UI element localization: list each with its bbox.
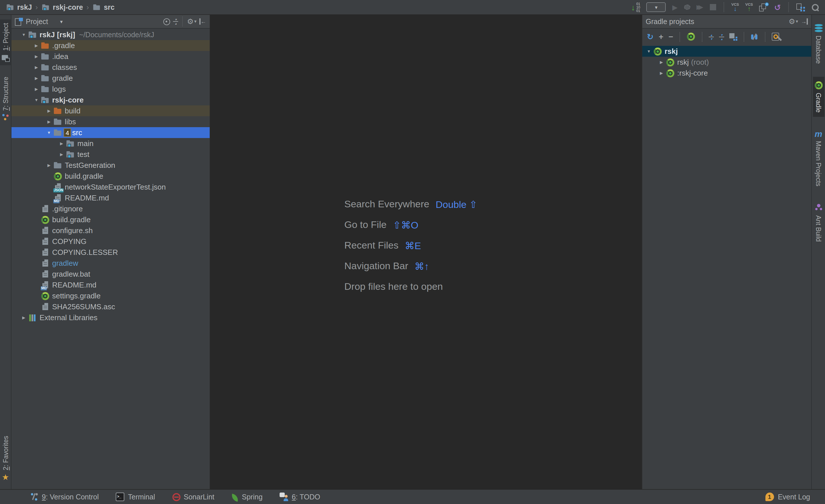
gradle-icon[interactable] bbox=[686, 32, 695, 41]
refresh-icon[interactable]: ↻ bbox=[647, 32, 654, 41]
offline-mode-icon[interactable] bbox=[751, 33, 759, 40]
tree-row[interactable]: ▶ libs bbox=[11, 116, 210, 127]
stop-button[interactable] bbox=[709, 4, 716, 10]
folder-icon bbox=[41, 52, 50, 61]
run-button[interactable]: ▶ bbox=[672, 3, 677, 11]
statusbar-sonarlint[interactable]: SonarLint bbox=[172, 493, 214, 501]
expanded-arrow-icon[interactable]: ▼ bbox=[645, 49, 653, 53]
collapsed-arrow-icon[interactable]: ▶ bbox=[32, 54, 41, 59]
collapsed-arrow-icon[interactable]: ▶ bbox=[32, 76, 41, 80]
tree-row[interactable]: SHA256SUMS.asc bbox=[11, 301, 210, 312]
collapse-all-icon[interactable]: ▾▴ bbox=[719, 33, 724, 40]
expanded-arrow-icon[interactable]: ▼ bbox=[19, 33, 28, 37]
statusbar-event-log[interactable]: 1 Event Log bbox=[765, 493, 810, 501]
debug-button[interactable] bbox=[684, 5, 690, 10]
tree-row[interactable]: COPYING.LESSER bbox=[11, 247, 210, 258]
tree-row-selected[interactable]: ▼ 4 src bbox=[11, 127, 210, 138]
search-everywhere-icon[interactable] bbox=[811, 3, 819, 11]
collapsed-arrow-icon[interactable]: ▶ bbox=[32, 65, 41, 70]
expand-all-icon[interactable]: ▴▾ bbox=[709, 33, 714, 40]
tree-row[interactable]: MD README.md bbox=[11, 192, 210, 203]
collapsed-arrow-icon[interactable]: ▶ bbox=[57, 152, 66, 157]
json-badge: JSON bbox=[53, 188, 64, 192]
collapsed-arrow-icon[interactable]: ▶ bbox=[45, 108, 53, 113]
detach-project-icon[interactable]: − bbox=[669, 32, 673, 41]
ant-icon bbox=[814, 203, 823, 213]
gradle-settings-icon[interactable] bbox=[772, 33, 780, 41]
settings-gear-icon[interactable]: ⚙▾ bbox=[789, 18, 798, 25]
vcs-update-button[interactable]: VCS↓ bbox=[731, 3, 739, 11]
locate-file-icon[interactable] bbox=[164, 18, 170, 25]
project-structure-icon[interactable] bbox=[796, 3, 805, 11]
collapse-all-icon[interactable]: ▾▴ bbox=[173, 18, 178, 25]
tree-row[interactable]: settings.gradle bbox=[11, 290, 210, 301]
tool-tab-ant[interactable]: Ant Build bbox=[813, 199, 824, 246]
collapsed-arrow-icon[interactable]: ▶ bbox=[45, 119, 53, 124]
tool-tab-database[interactable]: Database bbox=[813, 19, 824, 68]
gradle-tree-row[interactable]: ▶ :rskj-core bbox=[642, 68, 811, 78]
tool-tab-maven[interactable]: m Maven Projects bbox=[813, 126, 824, 190]
attach-project-icon[interactable]: + bbox=[659, 32, 663, 41]
project-view-icon bbox=[15, 18, 23, 25]
run-configurations-dropdown[interactable]: ▾ bbox=[647, 2, 666, 12]
tree-row[interactable]: ▶ .idea bbox=[11, 51, 210, 62]
statusbar-terminal[interactable]: >_ Terminal bbox=[116, 493, 155, 501]
tool-tab-gradle[interactable]: Gradle bbox=[813, 77, 824, 116]
tool-tab-favorites[interactable]: 2: Favorites ★ bbox=[1, 432, 10, 485]
collapsed-arrow-icon[interactable]: ▶ bbox=[32, 87, 41, 91]
expanded-arrow-icon[interactable]: ▼ bbox=[32, 98, 41, 102]
tree-row[interactable]: MD README.md bbox=[11, 279, 210, 290]
tree-row[interactable]: ▼ rskJ [rskj] ~/Documents/code/rskJ bbox=[11, 29, 210, 40]
breadcrumb-item-src[interactable]: src bbox=[92, 3, 115, 12]
vcs-commit-button[interactable]: VCS↑ bbox=[745, 3, 753, 11]
breadcrumb-item-rskj[interactable]: rskJ bbox=[6, 3, 32, 12]
tree-row[interactable]: ▶ build bbox=[11, 105, 210, 116]
tree-row[interactable]: ▶ External Libraries bbox=[11, 312, 210, 323]
tree-row[interactable]: .gitignore bbox=[11, 203, 210, 214]
rollback-button[interactable]: ↺ bbox=[774, 3, 781, 12]
tool-tab-structure[interactable]: 7: Structure bbox=[0, 73, 11, 125]
expanded-arrow-icon[interactable]: ▼ bbox=[45, 131, 53, 135]
collapsed-arrow-icon[interactable]: ▶ bbox=[32, 43, 41, 48]
tree-row[interactable]: build.gradle bbox=[11, 171, 210, 182]
tree-row[interactable]: ▶ TestGeneration bbox=[11, 160, 210, 171]
tree-row[interactable]: ▶ main bbox=[11, 138, 210, 149]
hide-panel-icon[interactable]: → bbox=[801, 18, 808, 25]
chevron-down-icon[interactable]: ▾ bbox=[60, 19, 63, 24]
tool-tab-project[interactable]: 1: Project bbox=[0, 19, 11, 65]
local-history-icon[interactable] bbox=[759, 3, 768, 11]
tree-row[interactable]: ▼ rskj-core bbox=[11, 94, 210, 105]
compile-binary-icon[interactable]: ↓ 011001 bbox=[631, 2, 640, 12]
tree-row[interactable]: ▶ gradle bbox=[11, 73, 210, 84]
tree-row[interactable]: ▶ test bbox=[11, 149, 210, 160]
editor-area[interactable]: Search EverywhereDouble ⇧ Go to File⇧⌘O … bbox=[210, 15, 642, 489]
ide-window: rskJ › rskj-core › src ↓ 011001 ▾ ▶ bbox=[0, 0, 825, 504]
collapsed-arrow-icon[interactable]: ▶ bbox=[57, 141, 66, 146]
tree-row[interactable]: build.gradle bbox=[11, 214, 210, 225]
folder-excluded-icon bbox=[41, 41, 50, 50]
tree-row[interactable]: ▶ .gradle bbox=[11, 40, 210, 51]
tree-row[interactable]: JSON networkStateExporterTest.json bbox=[11, 182, 210, 192]
statusbar-spring[interactable]: Spring bbox=[231, 493, 262, 501]
statusbar-version-control[interactable]: 9: Version Control bbox=[30, 493, 99, 501]
folder-source-icon bbox=[28, 30, 37, 39]
collapsed-arrow-icon[interactable]: ▶ bbox=[19, 315, 28, 320]
tree-row[interactable]: gradlew bbox=[11, 258, 210, 269]
gradle-tree-row-selected[interactable]: ▼ rskj bbox=[642, 46, 811, 57]
group-modules-icon[interactable] bbox=[729, 33, 737, 40]
gradle-tree-row[interactable]: ▶ rskj (root) bbox=[642, 57, 811, 68]
tree-row[interactable]: ▶ logs bbox=[11, 84, 210, 94]
tree-row[interactable]: COPYING bbox=[11, 236, 210, 247]
collapsed-arrow-icon[interactable]: ▶ bbox=[657, 60, 666, 65]
project-panel-title[interactable]: Project bbox=[26, 17, 48, 25]
collapsed-arrow-icon[interactable]: ▶ bbox=[45, 163, 53, 168]
run-with-coverage-button[interactable]: ▶▶ bbox=[696, 3, 703, 11]
settings-gear-icon[interactable]: ⚙▾ bbox=[187, 18, 197, 25]
hide-panel-icon[interactable]: ← bbox=[199, 18, 206, 25]
statusbar-todo[interactable]: 6: TODO bbox=[280, 493, 320, 501]
breadcrumb-item-rskj-core[interactable]: rskj-core bbox=[41, 3, 83, 12]
tree-row[interactable]: gradlew.bat bbox=[11, 269, 210, 279]
collapsed-arrow-icon[interactable]: ▶ bbox=[657, 71, 666, 75]
tree-row[interactable]: ▶ classes bbox=[11, 62, 210, 73]
tree-row[interactable]: configure.sh bbox=[11, 225, 210, 236]
